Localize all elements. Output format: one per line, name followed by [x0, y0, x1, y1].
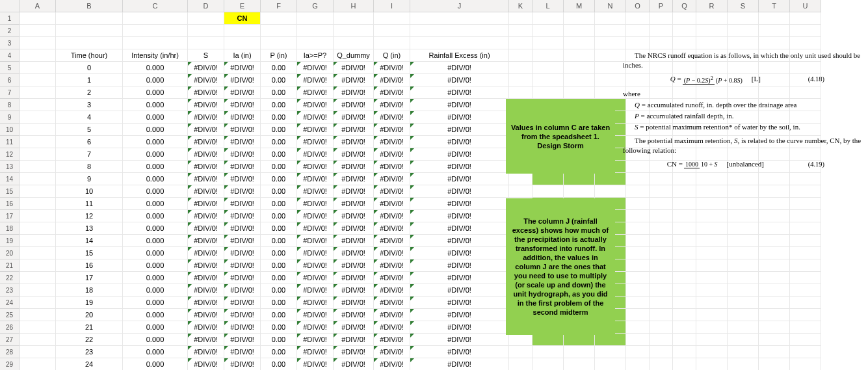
cell-U20[interactable] [790, 247, 821, 259]
cell-U13[interactable] [790, 161, 821, 173]
cell-U3[interactable] [790, 37, 821, 49]
cell-I1[interactable] [374, 12, 410, 25]
cell-I22[interactable]: #DIV/0! [374, 272, 410, 284]
cell-E19[interactable]: #DIV/0! [224, 235, 261, 247]
cell-D3[interactable] [188, 37, 224, 49]
cell-K25[interactable] [509, 309, 533, 321]
cell-Q27[interactable] [673, 334, 696, 346]
cell-T20[interactable] [759, 247, 790, 259]
cell-M1[interactable] [564, 12, 595, 25]
row-header-4[interactable]: 4 [0, 49, 20, 62]
cell-M7[interactable] [564, 86, 595, 99]
cell-K16[interactable] [509, 198, 533, 210]
cell-P-11[interactable]: 0.00 [261, 198, 297, 210]
cell-G16[interactable]: #DIV/0! [297, 198, 334, 210]
col-header-N[interactable]: N [595, 0, 626, 12]
cell-H20[interactable]: #DIV/0! [334, 247, 374, 259]
cell-P-19[interactable]: 0.00 [261, 297, 297, 309]
cell-N19[interactable] [595, 235, 626, 247]
row-header-5[interactable]: 5 [0, 62, 20, 74]
cell-P-8[interactable]: 0.00 [261, 161, 297, 173]
cell-M11[interactable] [564, 136, 595, 148]
cell-A6[interactable] [20, 74, 56, 86]
cell-L10[interactable] [533, 124, 564, 136]
cell-P-9[interactable]: 0.00 [261, 173, 297, 185]
cell-I3[interactable] [374, 37, 410, 49]
cell-L18[interactable] [533, 222, 564, 235]
cell-R9[interactable] [696, 111, 728, 124]
cell-I13[interactable]: #DIV/0! [374, 161, 410, 173]
cell-Q8[interactable] [673, 99, 696, 111]
cell-P4[interactable] [650, 49, 673, 62]
cell-I14[interactable]: #DIV/0! [374, 173, 410, 185]
cell-U23[interactable] [790, 284, 821, 297]
cell-R26[interactable] [696, 321, 728, 334]
cell-M21[interactable] [564, 259, 595, 272]
cell-Q1[interactable] [673, 12, 696, 25]
cell-intensity-4[interactable]: 0.000 [123, 111, 188, 124]
cell-U28[interactable] [790, 346, 821, 358]
cell-P-16[interactable]: 0.00 [261, 259, 297, 272]
cell-I19[interactable]: #DIV/0! [374, 235, 410, 247]
cell-E15[interactable]: #DIV/0! [224, 185, 261, 198]
cell-rainfall-excess-3[interactable]: #DIV/0! [410, 99, 509, 111]
cell-P-4[interactable]: 0.00 [261, 111, 297, 124]
cell-N5[interactable] [595, 62, 626, 74]
cell-N24[interactable] [595, 297, 626, 309]
row-header-28[interactable]: 28 [0, 346, 20, 358]
cell-P-20[interactable]: 0.00 [261, 309, 297, 321]
cell-L26[interactable] [533, 321, 564, 334]
cell-A20[interactable] [20, 247, 56, 259]
cell-A15[interactable] [20, 185, 56, 198]
row-header-8[interactable]: 8 [0, 99, 20, 111]
cell-K20[interactable] [509, 247, 533, 259]
cell-G13[interactable]: #DIV/0! [297, 161, 334, 173]
cell-K5[interactable] [509, 62, 533, 74]
cell-I25[interactable]: #DIV/0! [374, 309, 410, 321]
cell-H26[interactable]: #DIV/0! [334, 321, 374, 334]
cell-S8[interactable] [728, 99, 759, 111]
cell-E24[interactable]: #DIV/0! [224, 297, 261, 309]
cell-O21[interactable] [626, 259, 650, 272]
cell-P13[interactable] [650, 161, 673, 173]
cell-P9[interactable] [650, 111, 673, 124]
col-header-E[interactable]: E [224, 0, 261, 12]
cell-time-15[interactable]: 15 [56, 247, 123, 259]
cell-R28[interactable] [696, 346, 728, 358]
cell-L3[interactable] [533, 37, 564, 49]
cell-U18[interactable] [790, 222, 821, 235]
cell-intensity-11[interactable]: 0.000 [123, 198, 188, 210]
cell-P-3[interactable]: 0.00 [261, 99, 297, 111]
col-header-H[interactable]: H [334, 0, 374, 12]
cell-M20[interactable] [564, 247, 595, 259]
cell-K19[interactable] [509, 235, 533, 247]
cell-H28[interactable]: #DIV/0! [334, 346, 374, 358]
cell-M23[interactable] [564, 284, 595, 297]
cell-H22[interactable]: #DIV/0! [334, 272, 374, 284]
cell-N8[interactable] [595, 99, 626, 111]
cell-E9[interactable]: #DIV/0! [224, 111, 261, 124]
cell-Q19[interactable] [673, 235, 696, 247]
cell-H6[interactable]: #DIV/0! [334, 74, 374, 86]
cell-Q15[interactable] [673, 185, 696, 198]
cell-intensity-5[interactable]: 0.000 [123, 124, 188, 136]
cell-A9[interactable] [20, 111, 56, 124]
cell-H21[interactable]: #DIV/0! [334, 259, 374, 272]
cell-P-7[interactable]: 0.00 [261, 148, 297, 161]
cell-E23[interactable]: #DIV/0! [224, 284, 261, 297]
cell-I21[interactable]: #DIV/0! [374, 259, 410, 272]
cell-P17[interactable] [650, 210, 673, 222]
cell-D19[interactable]: #DIV/0! [188, 235, 224, 247]
cell-A14[interactable] [20, 173, 56, 185]
cell-A25[interactable] [20, 309, 56, 321]
cell-M14[interactable] [564, 173, 595, 185]
cell-B2[interactable] [56, 25, 123, 37]
cell-G22[interactable]: #DIV/0! [297, 272, 334, 284]
cell-T18[interactable] [759, 222, 790, 235]
cell-N16[interactable] [595, 198, 626, 210]
cell-time-17[interactable]: 17 [56, 272, 123, 284]
cell-Q22[interactable] [673, 272, 696, 284]
cell-C1[interactable] [123, 12, 188, 25]
cell-P26[interactable] [650, 321, 673, 334]
cell-P19[interactable] [650, 235, 673, 247]
